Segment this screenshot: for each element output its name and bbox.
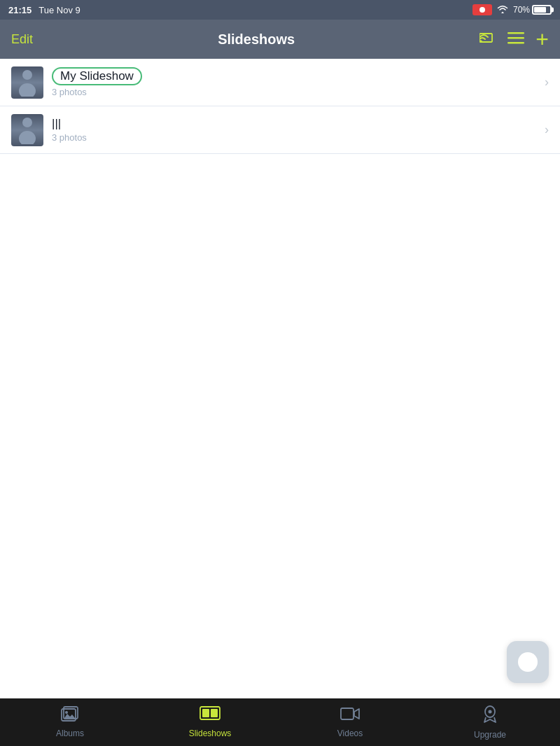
item-subtitle: 3 photos bbox=[52, 132, 539, 143]
videos-icon bbox=[340, 706, 360, 726]
cast-icon[interactable] bbox=[479, 29, 496, 49]
recording-indicator bbox=[472, 4, 492, 15]
item-thumbnail bbox=[11, 66, 43, 99]
list-item[interactable]: ||| 3 photos › bbox=[0, 106, 560, 154]
nav-actions: + bbox=[479, 28, 549, 50]
chevron-right-icon: › bbox=[545, 122, 549, 137]
add-button[interactable]: + bbox=[536, 28, 549, 50]
status-time: 21:15 bbox=[8, 5, 31, 15]
battery-indicator: 70% bbox=[513, 5, 552, 15]
svg-rect-1 bbox=[507, 32, 524, 34]
chevron-right-icon: › bbox=[545, 75, 549, 90]
svg-point-6 bbox=[22, 118, 32, 127]
floating-action-button[interactable] bbox=[507, 641, 549, 683]
tab-bar: Albums Slideshows Videos bbox=[0, 698, 560, 746]
svg-rect-13 bbox=[211, 709, 218, 717]
battery-percent: 70% bbox=[513, 5, 530, 15]
tab-upgrade-label: Upgrade bbox=[474, 730, 506, 740]
floating-dot bbox=[518, 652, 538, 672]
svg-point-10 bbox=[65, 711, 68, 714]
slideshows-icon bbox=[200, 706, 220, 726]
albums-icon bbox=[61, 706, 79, 726]
status-date: Tue Nov 9 bbox=[38, 5, 80, 15]
nav-bar: Edit Slideshows + bbox=[0, 20, 560, 59]
page-title: Slideshows bbox=[218, 31, 295, 48]
svg-point-5 bbox=[19, 83, 36, 97]
list-item[interactable]: My Slideshow 3 photos › bbox=[0, 59, 560, 106]
svg-point-4 bbox=[22, 70, 32, 80]
item-thumbnail bbox=[11, 114, 43, 146]
item-content: ||| 3 photos bbox=[52, 117, 539, 143]
svg-rect-3 bbox=[507, 42, 524, 44]
tab-albums-label: Albums bbox=[56, 729, 84, 738]
svg-point-7 bbox=[19, 131, 36, 144]
item-subtitle: 3 photos bbox=[52, 87, 539, 97]
upgrade-icon bbox=[482, 705, 498, 727]
menu-icon[interactable] bbox=[507, 30, 524, 48]
svg-rect-12 bbox=[202, 709, 209, 717]
item-title: ||| bbox=[52, 117, 61, 130]
item-title: My Slideshow bbox=[52, 67, 142, 85]
svg-rect-14 bbox=[341, 708, 354, 719]
status-icons: 70% bbox=[472, 4, 552, 16]
tab-upgrade[interactable]: Upgrade bbox=[420, 699, 560, 745]
item-content: My Slideshow 3 photos bbox=[52, 67, 539, 97]
status-bar: 21:15 Tue Nov 9 70% bbox=[0, 0, 560, 20]
svg-point-16 bbox=[489, 710, 492, 714]
slideshows-list: My Slideshow 3 photos › ||| 3 photos › bbox=[0, 59, 560, 154]
tab-videos[interactable]: Videos bbox=[280, 701, 420, 744]
tab-videos-label: Videos bbox=[337, 729, 363, 738]
svg-rect-2 bbox=[507, 37, 524, 39]
tab-slideshows[interactable]: Slideshows bbox=[140, 701, 280, 744]
tab-slideshows-label: Slideshows bbox=[189, 729, 232, 738]
wifi-icon bbox=[496, 4, 509, 16]
tab-albums[interactable]: Albums bbox=[0, 701, 140, 744]
edit-button[interactable]: Edit bbox=[11, 32, 33, 47]
